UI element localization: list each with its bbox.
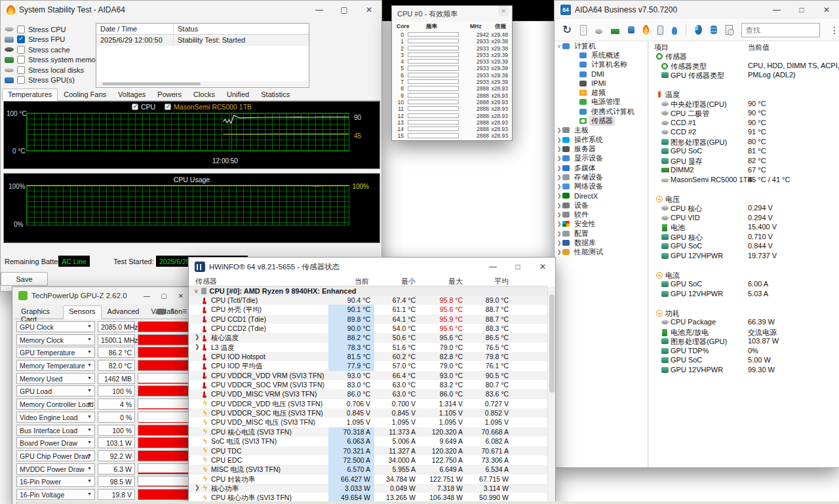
sensor-pane-row[interactable]: GPU SoC 6.00 A — [649, 280, 839, 290]
sensor-pane-row[interactable]: 传感器 — [649, 52, 839, 62]
hwinfo-sensor-row[interactable]: CPU VDD_MISC VRM (SVI3 TFN) 86.0 °C 63.0… — [189, 389, 547, 398]
tree-item-label[interactable]: IPMI — [589, 79, 608, 87]
sensor-pane-row[interactable]: GPU SoC 81 °C — [649, 147, 839, 157]
tree-arrow-icon[interactable]: ❯ — [556, 193, 562, 199]
sensor-select[interactable]: Memory Used▼ — [16, 373, 95, 384]
hwinfo-sensor-row[interactable]: CPU IOD Hotspot 81.5 °C 60.2 °C 82.8 °C … — [189, 352, 547, 361]
gpuz-tab[interactable]: Sensors — [63, 305, 101, 319]
tree-item[interactable]: ❯ 服务器 — [555, 144, 648, 153]
tree-item-label[interactable]: 操作系统 — [572, 135, 605, 145]
tree-item[interactable]: 便携式计算机 — [555, 107, 648, 116]
sensor-select[interactable]: Memory Clock▼ — [16, 334, 95, 345]
sensor-pane-row[interactable]: 电池 15.400 V — [649, 223, 839, 233]
col-avg[interactable]: 平均 — [494, 277, 509, 286]
tree-arrow-icon[interactable]: ❯ — [556, 155, 562, 161]
maximize-button[interactable]: ▢ — [155, 287, 172, 304]
tree-item-label[interactable]: 安全性 — [572, 219, 598, 229]
maximize-button[interactable]: □ — [505, 258, 530, 276]
close-button[interactable]: ✕ — [814, 1, 839, 19]
tree-item-label[interactable]: 性能测试 — [572, 247, 605, 257]
sensor-select[interactable]: Board Power Draw▼ — [16, 437, 95, 448]
refresh-icon[interactable]: ↻ — [562, 25, 572, 35]
tree-item-label[interactable]: 计算机名称 — [589, 60, 629, 69]
col-datetime[interactable]: Date / Time — [96, 24, 174, 34]
sensor-pane-row[interactable]: GPU 传感器类型 PMLog (ADL2) — [649, 71, 839, 81]
sensor-select[interactable]: GPU Load▼ — [16, 385, 95, 397]
hwinfo-group-row[interactable]: ∨ CPU [#0]: AMD Ryzen 9 8940HX: Enhanced — [189, 286, 547, 296]
tree-arrow-icon[interactable]: ❯ — [556, 184, 562, 189]
tree-arrow-icon[interactable]: ❯ — [556, 221, 562, 227]
tree-item-label[interactable]: DirectX — [572, 192, 600, 200]
stress-option[interactable]: Stress CPU — [5, 24, 102, 35]
sensor-pane-row[interactable]: GPU 12VHPWR 99.30 W — [649, 366, 839, 376]
sensor-pane-row[interactable]: 电池充/放电 交流电源 — [649, 328, 839, 338]
hwinfo-sensor-row[interactable]: CPU 外壳 (平均) 90.1 °C 61.1 °C 95.6 °C 88.7… — [189, 305, 547, 314]
stress-option[interactable]: Stress local disks — [5, 65, 102, 75]
hwinfo-sensor-row[interactable]: ❯ 核心温度 88.2 °C 50.6 °C 95.6 °C 86.5 °C — [189, 333, 547, 342]
sensor-pane-row[interactable]: 温度 — [649, 90, 839, 100]
sensor-pane-row[interactable]: ϟ 功耗 — [649, 309, 839, 319]
tree-item[interactable]: 超频 — [555, 88, 648, 97]
stress-option[interactable]: Stress FPU — [5, 35, 102, 45]
tree-arrow-icon[interactable]: ❯ — [556, 212, 562, 218]
display-icon[interactable] — [628, 26, 635, 33]
tree-item[interactable]: ❯ 性能测试 — [555, 248, 648, 257]
sensor-pane-row[interactable]: CCD #1 90 °C — [649, 119, 839, 128]
hwinfo-sensor-row[interactable]: CPU VDDCR_SOC VRM (SVI3 TFN) 83.0 °C 63.… — [189, 380, 547, 389]
stability-titlebar[interactable]: System Stability Test - AIDA64 — ▢ ✕ — [1, 1, 381, 19]
stress-checkbox[interactable] — [17, 66, 25, 74]
cpu-freq-titlebar[interactable]: CPU #0 - 有效频率 ✕ — [392, 6, 512, 22]
tree-arrow-icon[interactable]: ❯ — [556, 231, 562, 237]
stress-checkbox[interactable] — [17, 46, 25, 54]
tree-item[interactable]: 系统概述 — [555, 50, 648, 60]
sensor-pane-row[interactable]: MasonSemi RC5000 1TB 45 °C / 41 °C — [649, 176, 839, 185]
hwinfo-sensor-row[interactable]: ϟ CPU 封装功率 66.427 W 34.784 W 122.751 W 6… — [189, 475, 547, 484]
col-min[interactable]: 最小 — [401, 277, 416, 286]
user-icon[interactable] — [672, 27, 678, 35]
sensor-select[interactable]: GPU Temperature▼ — [16, 347, 95, 358]
aida64-titlebar[interactable]: 64 AIDA64 Business v7.50.7200 — □ ✕ — [555, 1, 839, 19]
sensor-select[interactable]: Video Engine Load▼ — [16, 412, 95, 423]
tree-item-label[interactable]: 显示设备 — [572, 153, 605, 163]
tree-item[interactable]: IPMI — [555, 79, 648, 88]
hwinfo-titlebar[interactable]: HWiNFO® 64 v8.21-5655 - 传感器状态 — □ ✕ — [189, 258, 555, 276]
sensor-pane-row[interactable] — [649, 261, 839, 271]
close-button[interactable]: ✕ — [357, 1, 381, 19]
close-button[interactable]: ✕ — [498, 6, 509, 16]
stability-tab[interactable]: Clocks — [187, 88, 221, 100]
sensor-select[interactable]: Memory Controller Load▼ — [16, 398, 95, 410]
stress-checkbox[interactable] — [17, 35, 25, 43]
minimize-button[interactable]: — — [138, 287, 155, 304]
tree-item[interactable]: ❯ DirectX — [555, 191, 648, 201]
gpuz-tab[interactable]: Advanced — [102, 305, 146, 319]
close-button[interactable]: ✕ — [172, 287, 189, 304]
legend-ssd[interactable]: MasonSemi RC5000 1TB — [165, 103, 252, 111]
sensor-pane-row[interactable]: 中央处理器(CPU) 90 °C — [649, 100, 839, 109]
stress-option[interactable]: Stress system memory — [5, 55, 102, 66]
tree-item-label[interactable]: 计算机 — [572, 41, 598, 51]
tree-item[interactable]: ❯ 显示设备 — [555, 154, 648, 163]
stability-tab[interactable]: Powers — [151, 88, 187, 100]
tree-item[interactable]: ❯ 设备 — [555, 201, 648, 210]
sensor-pane-row[interactable]: CCD #2 91 °C — [649, 128, 839, 138]
minimize-button[interactable]: — — [307, 1, 332, 19]
scrollbar-thumb[interactable] — [102, 83, 201, 85]
sensor-pane-row[interactable]: GPU 12VHPWR 5.03 A — [649, 290, 839, 300]
ssd-series-checkbox[interactable] — [165, 104, 171, 110]
sensor-select[interactable]: 16-Pin Voltage▼ — [16, 489, 95, 500]
sensor-pane-row[interactable] — [649, 299, 839, 309]
refresh-icon[interactable]: ↻ — [170, 307, 177, 316]
tree-item-label[interactable]: DMI — [589, 70, 606, 78]
tree-item-label[interactable]: 主板 — [572, 125, 591, 135]
sensor-pane-row[interactable] — [649, 185, 839, 195]
clipboard-icon[interactable] — [657, 26, 663, 35]
sensor-pane-row[interactable]: 图形处理器(GPU) 80 °C — [649, 138, 839, 147]
stress-option[interactable]: Stress cache — [5, 45, 102, 55]
stability-tab[interactable]: Statistics — [255, 88, 296, 100]
hwinfo-sensor-row[interactable]: ❯ L3 温度 78.3 °C 51.6 °C 79.0 °C 76.5 °C — [189, 343, 547, 352]
sensor-pane-row[interactable] — [649, 81, 839, 90]
hwinfo-sensor-row[interactable]: CPU (Tctl/Tdie) 90.4 °C 67.4 °C 95.8 °C … — [189, 296, 547, 305]
tree-item[interactable]: ∨ 计算机 — [555, 41, 648, 50]
tree-item[interactable]: ❯ 操作系统 — [555, 135, 648, 144]
close-button[interactable]: ✕ — [530, 258, 555, 276]
